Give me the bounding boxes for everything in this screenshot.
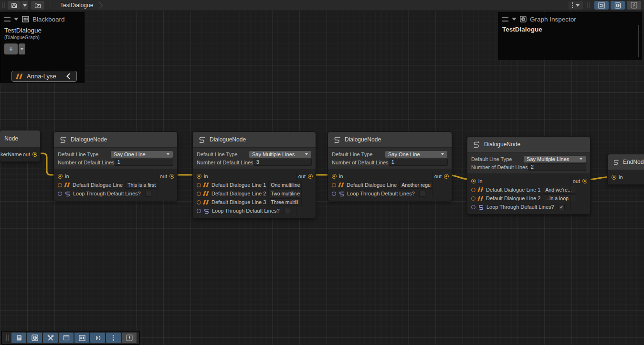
tools-toggle-button[interactable]: [43, 333, 58, 343]
breadcrumb[interactable]: TestDialogue: [60, 0, 102, 11]
spark-icon: [631, 2, 637, 9]
port-label: in: [478, 178, 483, 184]
port-label: in: [204, 173, 208, 179]
end-node-icon: [612, 159, 619, 166]
toolbar-drag-handle[interactable]: [2, 2, 5, 8]
save-button[interactable]: [8, 1, 21, 10]
quote-icon: [203, 191, 209, 196]
transition-toggle-button[interactable]: [90, 333, 105, 343]
in-port[interactable]: [612, 175, 616, 180]
blackboard-toggle-button[interactable]: [74, 333, 89, 343]
preview-toggle-button[interactable]: [627, 1, 641, 10]
out-port[interactable]: [32, 152, 37, 157]
window-toggle-button[interactable]: [59, 333, 74, 343]
spark-icon: [126, 334, 133, 341]
options-menu-button[interactable]: [569, 1, 583, 10]
out-port[interactable]: [444, 174, 449, 179]
out-port[interactable]: [582, 179, 587, 183]
num-lines-field[interactable]: 3: [253, 159, 312, 166]
top-toolbar: TestDialogue: [0, 0, 644, 11]
port-label: Loop Through Default Lines?: [486, 204, 554, 210]
quote-icon: [478, 187, 484, 192]
loop-checkbox[interactable]: [145, 191, 151, 197]
in-port[interactable]: [332, 174, 337, 179]
scrollbar[interactable]: [638, 25, 639, 57]
loop-port[interactable]: [197, 209, 201, 213]
window-icon: [63, 334, 70, 341]
node-title: EndNode: [623, 159, 644, 165]
line-port[interactable]: [197, 183, 201, 187]
line-port[interactable]: [197, 200, 201, 205]
line-type-dropdown[interactable]: Say One Line: [385, 151, 448, 158]
num-lines-field[interactable]: 1: [115, 159, 173, 166]
line-type-dropdown[interactable]: Say Multiple Lines: [523, 155, 586, 163]
drag-handle-icon[interactable]: [4, 17, 11, 22]
dialogue-line-field[interactable]: Another regu: [399, 181, 433, 189]
dialogue-node-icon: [198, 136, 206, 143]
quote-icon: [338, 183, 344, 187]
blackboard-variable-anna-lyse[interactable]: Anna-Lyse: [11, 71, 77, 82]
quote-icon: [478, 196, 484, 201]
in-port[interactable]: [58, 174, 63, 179]
port-label: in: [65, 173, 69, 179]
in-port[interactable]: [197, 174, 201, 179]
toolbar-separator: [49, 2, 51, 8]
kebab-icon: [572, 2, 573, 8]
dialogue-node-4[interactable]: DialogueNode Default Line Type Say Multi…: [467, 136, 591, 215]
end-node[interactable]: EndNode in: [607, 154, 644, 185]
num-lines-field[interactable]: 2: [528, 163, 586, 171]
collapse-triangle-icon[interactable]: [14, 18, 19, 21]
line-port[interactable]: [58, 183, 62, 187]
add-variable-dropdown-button[interactable]: [19, 43, 25, 54]
info-icon: [614, 2, 621, 9]
speaker-node[interactable]: Node kerName out: [0, 130, 41, 162]
blackboard-graph-name: TestDialogue: [4, 27, 42, 34]
in-port[interactable]: [471, 179, 476, 183]
loop-port[interactable]: [332, 192, 336, 196]
tools-icon: [47, 334, 54, 341]
speaker-name-value: kerName: [0, 147, 22, 162]
loop-checkbox[interactable]: [284, 208, 290, 214]
blackboard-toggle-button[interactable]: [594, 1, 609, 10]
dialogue-node-3[interactable]: DialogueNode Default Line Type Say One L…: [327, 131, 452, 201]
graph-inspector-panel[interactable]: Graph Inspector TestDialogue: [498, 12, 642, 60]
dialogue-line-field[interactable]: This is a first: [125, 181, 158, 189]
node-title: Node: [4, 135, 18, 142]
line-type-dropdown[interactable]: Say Multiple Lines: [249, 151, 312, 158]
loop-checkbox[interactable]: ✓: [559, 204, 565, 210]
save-dropdown-button[interactable]: [21, 1, 28, 10]
line-port[interactable]: [471, 196, 475, 201]
chevron-left-icon[interactable]: [66, 73, 73, 79]
line-port[interactable]: [471, 188, 475, 192]
collapse-triangle-icon[interactable]: [512, 18, 517, 21]
preview-toggle-button[interactable]: [122, 333, 137, 343]
loop-icon: [338, 191, 345, 196]
transition-icon: [95, 334, 101, 341]
node-title: DialogueNode: [210, 136, 246, 143]
out-port[interactable]: [308, 174, 313, 179]
inspector-toggle-button[interactable]: [27, 333, 42, 343]
chevron-down-icon: [441, 153, 444, 155]
prop-label: Number of Default Lines: [332, 160, 389, 165]
line-type-dropdown[interactable]: Say One Line: [110, 151, 173, 158]
more-options-button[interactable]: [106, 333, 121, 343]
prop-label: Default Line Type: [471, 156, 523, 162]
dialogue-node-2[interactable]: DialogueNode Default Line Type Say Multi…: [192, 131, 316, 218]
blackboard-panel[interactable]: Blackboard TestDialogue (DialogueGraph) …: [0, 12, 84, 83]
script-toggle-button[interactable]: [11, 333, 26, 343]
dropdown-value: Say Multiple Lines: [527, 156, 569, 162]
loop-port[interactable]: [58, 192, 62, 196]
add-variable-button[interactable]: +: [4, 43, 18, 54]
chevron-down-icon: [580, 158, 583, 160]
line-port[interactable]: [197, 192, 201, 196]
num-lines-field[interactable]: 1: [389, 159, 448, 166]
dialogue-node-1[interactable]: DialogueNode Default Line Type Say One L…: [53, 131, 178, 201]
drag-handle-icon[interactable]: [502, 17, 508, 22]
loop-checkbox[interactable]: [419, 191, 425, 197]
toolbar-drag-handle[interactable]: [6, 334, 9, 341]
loop-port[interactable]: [471, 205, 475, 209]
open-asset-button[interactable]: [31, 1, 44, 10]
graph-inspector-toggle-button[interactable]: [611, 1, 625, 10]
line-port[interactable]: [332, 183, 336, 187]
out-port[interactable]: [169, 174, 174, 179]
